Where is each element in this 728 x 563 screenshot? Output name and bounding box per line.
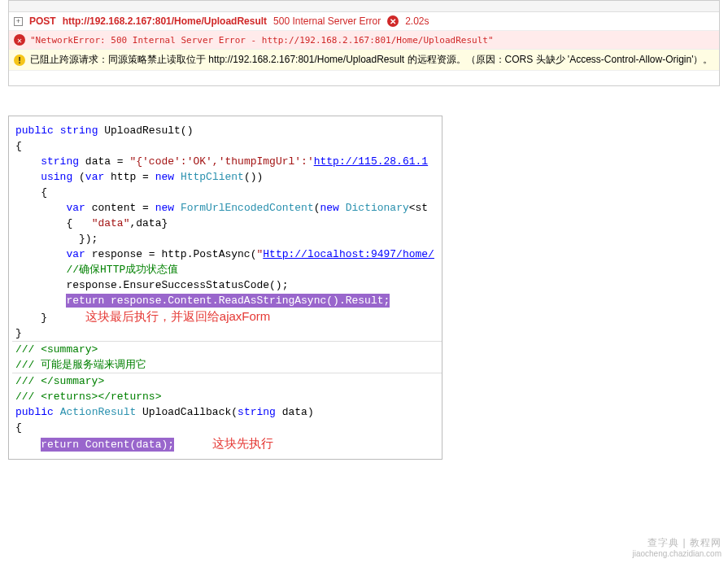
error-icon: ✕: [14, 34, 25, 46]
warning-icon: !: [14, 55, 25, 66]
code-editor[interactable]: public string UploadResult() { string da…: [8, 116, 442, 460]
code-line: public ActionResult UploadCallback(strin…: [12, 404, 442, 420]
http-method: POST: [29, 15, 56, 27]
console-toolbar: [9, 1, 719, 12]
code-line: public string UploadResult(): [12, 123, 442, 138]
code-line: /// <summary>: [12, 342, 442, 357]
code-line: } 这块最后执行，并返回给ajaxForm: [12, 308, 442, 325]
code-line: });: [12, 231, 442, 247]
code-line: var content = new FormUrlEncodedContent(…: [12, 200, 442, 216]
code-line: /// 可能是服务端来调用它: [12, 357, 442, 373]
network-request-row[interactable]: + POST http://192.168.2.167:801/Home/Upl…: [9, 12, 719, 31]
code-line: {: [12, 138, 442, 154]
code-line: return response.Content.ReadAsStringAsyn…: [12, 293, 442, 308]
code-line: string data = "{'code':'OK','thumpImgUrl…: [12, 154, 442, 169]
expand-icon[interactable]: +: [14, 17, 23, 26]
cors-warning-text: 已阻止跨源请求：同源策略禁止读取位于 http://192.168.2.167:…: [30, 53, 713, 67]
code-line: { "data",data}: [12, 216, 442, 231]
console-spacer: [9, 71, 719, 85]
url-link[interactable]: Http://localhost:9497/home/: [263, 248, 434, 260]
request-duration: 2.02s: [405, 15, 429, 27]
debug-highlight: return response.Content.ReadAsStringAsyn…: [66, 294, 390, 308]
code-line: //确保HTTP成功状态值: [12, 262, 442, 277]
request-url[interactable]: http://192.168.2.167:801/Home/UploadResu…: [63, 15, 267, 27]
url-link[interactable]: http://115.28.61.1: [314, 155, 428, 168]
code-line: /// </summary>: [12, 373, 442, 389]
code-line: var response = http.PostAsync("Http://lo…: [12, 247, 442, 262]
code-line: {: [12, 185, 442, 200]
cors-warning-row: ! 已阻止跨源请求：同源策略禁止读取位于 http://192.168.2.16…: [9, 50, 719, 71]
status-text: 500 Internal Server Error: [273, 15, 381, 27]
annotation: 这块先执行: [212, 436, 273, 450]
debug-highlight: return Content(data);: [41, 438, 174, 452]
network-error-row: ✕ "NetworkError: 500 Internal Server Err…: [9, 31, 719, 50]
error-icon: ✕: [387, 15, 399, 27]
network-error-text: "NetworkError: 500 Internal Server Error…: [30, 35, 494, 46]
code-line: using (var http = new HttpClient()): [12, 169, 442, 185]
code-line: return Content(data); 这块先执行: [12, 435, 442, 452]
code-line: response.EnsureSuccessStatusCode();: [12, 277, 442, 293]
annotation: 这块最后执行，并返回给ajaxForm: [85, 309, 271, 323]
code-line: }: [12, 325, 442, 341]
dev-console: + POST http://192.168.2.167:801/Home/Upl…: [8, 0, 720, 86]
code-line: /// <returns></returns>: [12, 389, 442, 404]
code-line: {: [12, 420, 442, 435]
